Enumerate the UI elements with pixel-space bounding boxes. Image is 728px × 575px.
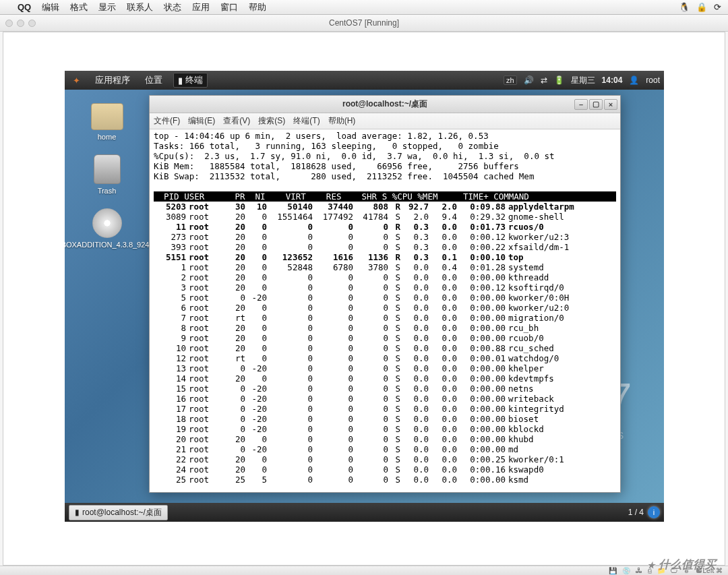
vm-network-icon[interactable]: 🖧: [636, 567, 642, 574]
icon-label: home: [98, 133, 117, 141]
term-menu-file[interactable]: 文件(F): [154, 115, 180, 127]
battery-icon[interactable]: 🔋: [554, 75, 564, 85]
trash-icon: [94, 154, 121, 184]
terminal-icon: ▮: [75, 508, 80, 517]
terminal-titlebar[interactable]: root@localhost:~/桌面 – ▢ ×: [150, 96, 620, 113]
topbar-day[interactable]: 星期三: [571, 75, 595, 86]
taskbar-label: root@localhost:~/桌面: [82, 507, 162, 518]
close-button[interactable]: ×: [604, 99, 617, 110]
sync-icon[interactable]: ⟳: [714, 2, 721, 12]
topbar-time[interactable]: 14:04: [602, 75, 623, 85]
mac-menu-item[interactable]: 格式: [70, 1, 88, 13]
gnome-desktop: 7 ENTOS ✦ 应用程序 位置 ▮终端 zh 🔊 ⇄ 🔋 星期三 14:04…: [65, 71, 664, 522]
vm-content: 7 ENTOS ✦ 应用程序 位置 ▮终端 zh 🔊 ⇄ 🔋 星期三 14:04…: [3, 32, 725, 566]
vm-titlebar: CentOS7 [Running]: [0, 15, 728, 32]
term-menu-edit[interactable]: 编辑(E): [188, 115, 215, 127]
disc-icon: [92, 208, 122, 238]
terminal-icon: ▮: [178, 75, 183, 86]
gnome-topbar: ✦ 应用程序 位置 ▮终端 zh 🔊 ⇄ 🔋 星期三 14:04 👤 root: [65, 71, 664, 90]
vm-disk-icon[interactable]: 💾: [609, 567, 617, 574]
favorites-icon[interactable]: ✦: [69, 74, 84, 87]
icon-label: VBOXADDITION_4.3.8_92456: [65, 241, 158, 249]
topbar-apps[interactable]: 应用程序: [91, 73, 134, 88]
vbox-additions[interactable]: VBOXADDITION_4.3.8_92456: [78, 208, 135, 249]
terminal-menubar: 文件(F) 编辑(E) 查看(V) 搜索(S) 终端(T) 帮助(H): [150, 113, 620, 129]
watermark: ★ 什么值得买: [647, 557, 716, 572]
home-folder[interactable]: home: [78, 103, 135, 141]
terminal-body[interactable]: top - 14:04:46 up 6 min, 2 users, load a…: [150, 129, 620, 492]
vm-title: CentOS7 [Running]: [329, 18, 399, 28]
mac-menu-item[interactable]: 状态: [164, 1, 181, 13]
topbar-places[interactable]: 位置: [141, 73, 166, 88]
term-menu-search[interactable]: 搜索(S): [258, 115, 285, 127]
mac-menu-item[interactable]: 窗口: [220, 1, 238, 13]
mac-menu-item[interactable]: 联系人: [127, 1, 153, 13]
notification-badge[interactable]: i: [648, 506, 660, 518]
icon-label: Trash: [98, 187, 117, 195]
vm-optical-icon[interactable]: 💿: [622, 567, 630, 574]
trash[interactable]: Trash: [78, 154, 135, 195]
workspace-indicator[interactable]: 1 / 4: [628, 508, 644, 517]
traffic-lights[interactable]: [5, 20, 36, 27]
taskbar-entry[interactable]: ▮ root@localhost:~/桌面: [69, 505, 168, 520]
user-icon[interactable]: 👤: [629, 75, 639, 85]
mac-menu-item[interactable]: 应用: [192, 1, 210, 13]
desktop-icons: home Trash VBOXADDITION_4.3.8_92456: [78, 103, 135, 249]
lang-indicator[interactable]: zh: [504, 75, 517, 85]
term-menu-view[interactable]: 查看(V): [223, 115, 250, 127]
maximize-button[interactable]: ▢: [589, 99, 603, 110]
lock-icon[interactable]: 🔒: [696, 2, 707, 12]
gnome-taskbar: ▮ root@localhost:~/桌面 1 / 4 i: [65, 503, 664, 522]
volume-icon[interactable]: 🔊: [524, 75, 534, 85]
term-menu-terminal[interactable]: 终端(T): [293, 115, 320, 127]
mac-menu-item[interactable]: 帮助: [249, 1, 266, 13]
mac-menu-item[interactable]: 显示: [98, 1, 116, 13]
vm-statusbar: 💾 💿 🖧 ⎙ 📁 🖵 🖱 Left ⌘: [0, 566, 728, 575]
term-menu-help[interactable]: 帮助(H): [328, 115, 356, 127]
mac-menu-item[interactable]: 编辑: [42, 1, 59, 13]
minimize-button[interactable]: –: [574, 99, 588, 110]
folder-icon: [91, 103, 123, 130]
penguin-icon[interactable]: 🐧: [679, 2, 690, 12]
terminal-title: root@localhost:~/桌面: [342, 98, 427, 110]
network-icon[interactable]: ⇄: [541, 75, 547, 85]
topbar-user[interactable]: root: [646, 75, 660, 85]
terminal-window: root@localhost:~/桌面 – ▢ × 文件(F) 编辑(E) 查看…: [149, 95, 621, 493]
topbar-terminal[interactable]: ▮终端: [173, 73, 208, 88]
mac-menubar: QQ 编辑 格式 显示 联系人 状态 应用 窗口 帮助 🐧 🔒 ⟳: [0, 0, 728, 15]
mac-menu-app[interactable]: QQ: [18, 2, 31, 12]
